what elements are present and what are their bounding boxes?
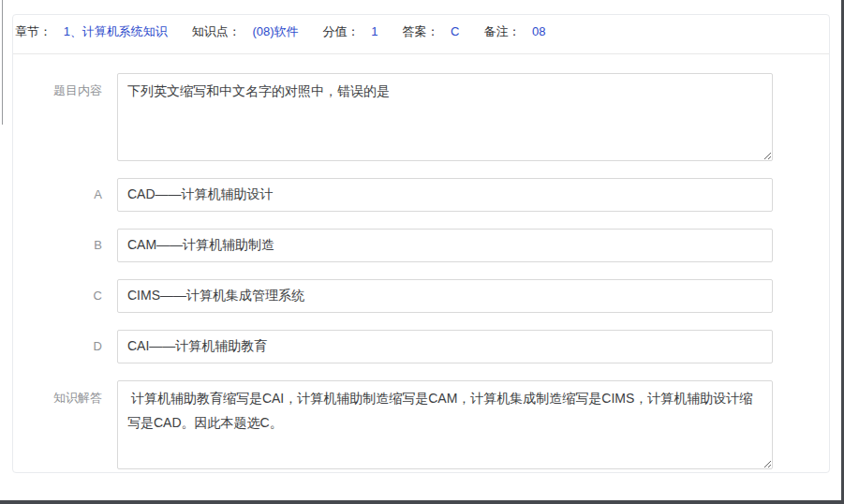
option-b-input[interactable] bbox=[117, 229, 773, 262]
option-c-row: C bbox=[13, 279, 829, 313]
meta-chapter-value[interactable]: 1、计算机系统知识 bbox=[64, 24, 168, 38]
question-editor-window: 章节： 1、计算机系统知识 知识点： (08)软件 分值： 1 答案： C 备注… bbox=[0, 0, 844, 504]
option-b-label: B bbox=[13, 229, 117, 262]
meta-chapter-label: 章节： bbox=[15, 24, 52, 38]
meta-knowledge-point: 知识点： (08)软件 bbox=[192, 22, 299, 41]
question-form: 题目内容 下列英文缩写和中文名字的对照中，错误的是 A B C D 知识解答 bbox=[13, 54, 829, 471]
option-d-row: D bbox=[13, 330, 829, 363]
option-a-label: A bbox=[13, 178, 117, 212]
question-meta-bar: 章节： 1、计算机系统知识 知识点： (08)软件 分值： 1 答案： C 备注… bbox=[13, 15, 829, 54]
option-c-input[interactable] bbox=[117, 279, 773, 313]
question-content-row: 题目内容 下列英文缩写和中文名字的对照中，错误的是 bbox=[13, 73, 829, 161]
meta-knowledge-point-label: 知识点： bbox=[192, 24, 241, 38]
meta-remark-label: 备注： bbox=[483, 24, 520, 38]
explanation-row: 知识解答 计算机辅助教育缩写是CAI，计算机辅助制造缩写是CAM，计算机集成制造… bbox=[13, 380, 829, 469]
explanation-label: 知识解答 bbox=[13, 380, 117, 407]
meta-answer-label: 答案： bbox=[402, 24, 438, 38]
option-d-label: D bbox=[13, 330, 117, 363]
meta-answer: 答案： C bbox=[402, 22, 459, 41]
meta-score-value[interactable]: 1 bbox=[371, 24, 378, 38]
meta-remark: 备注： 08 bbox=[483, 22, 545, 41]
meta-remark-value[interactable]: 08 bbox=[532, 24, 545, 38]
meta-score: 分值： 1 bbox=[323, 22, 378, 41]
option-d-input[interactable] bbox=[117, 330, 773, 363]
option-c-label: C bbox=[13, 279, 117, 313]
window-frame-left-line bbox=[2, 0, 3, 125]
explanation-textarea[interactable]: 计算机辅助教育缩写是CAI，计算机辅助制造缩写是CAM，计算机集成制造缩写是CI… bbox=[117, 380, 773, 469]
meta-knowledge-point-value[interactable]: (08)软件 bbox=[252, 24, 298, 38]
option-a-input[interactable] bbox=[117, 178, 773, 212]
question-content-textarea[interactable]: 下列英文缩写和中文名字的对照中，错误的是 bbox=[117, 73, 773, 161]
meta-chapter: 章节： 1、计算机系统知识 bbox=[15, 22, 168, 41]
meta-score-label: 分值： bbox=[323, 24, 360, 38]
question-content-label: 题目内容 bbox=[13, 73, 117, 99]
question-card: 章节： 1、计算机系统知识 知识点： (08)软件 分值： 1 答案： C 备注… bbox=[12, 14, 830, 473]
meta-answer-value[interactable]: C bbox=[451, 24, 459, 38]
option-b-row: B bbox=[13, 229, 829, 262]
option-a-row: A bbox=[13, 178, 829, 212]
